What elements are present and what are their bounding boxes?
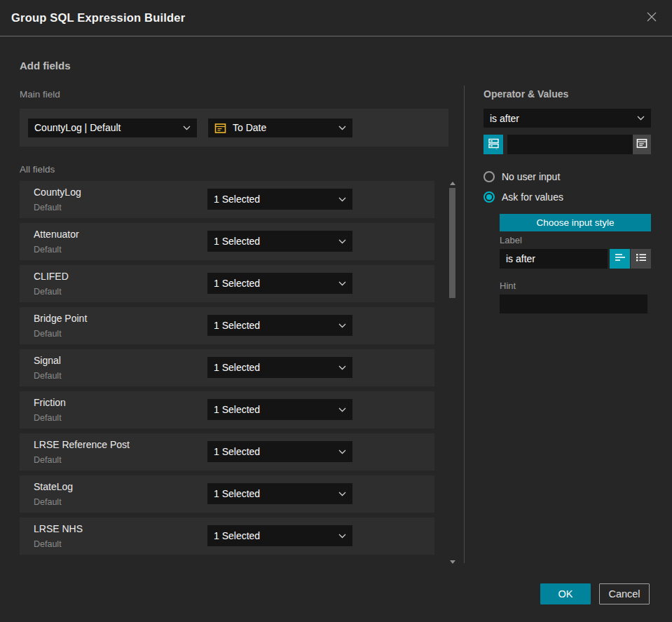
operator-select[interactable]: is after: [484, 109, 651, 128]
field-row: LRSE NHS Default 1 Selected: [20, 518, 434, 555]
chevron-down-icon: [338, 281, 346, 286]
field-name: CLIFED: [34, 271, 69, 282]
field-name: Signal: [34, 355, 61, 366]
field-selected-value: 1 Selected: [214, 530, 334, 541]
close-button[interactable]: [644, 11, 659, 26]
field-subtitle: Default: [34, 455, 62, 465]
field-subtitle: Default: [34, 497, 62, 507]
field-row: CLIFED Default 1 Selected: [20, 265, 434, 302]
field-selected-value: 1 Selected: [214, 488, 334, 499]
field-name: Friction: [34, 397, 66, 408]
dialog-title: Group SQL Expression Builder: [11, 11, 185, 25]
chevron-down-icon: [183, 126, 191, 130]
ok-button[interactable]: OK: [540, 583, 591, 604]
choose-input-style-button[interactable]: Choose input style: [500, 214, 651, 231]
field-subtitle: Default: [34, 371, 62, 381]
field-selected-dropdown[interactable]: 1 Selected: [207, 357, 352, 378]
field-subtitle: Default: [34, 413, 62, 423]
field-row: LRSE Reference Post Default 1 Selected: [20, 433, 434, 471]
chevron-down-icon: [338, 239, 346, 244]
field-name: LRSE NHS: [34, 523, 83, 534]
group-sql-expression-builder-dialog: Group SQL Expression Builder Add fields …: [0, 0, 672, 622]
field-name: LRSE Reference Post: [34, 439, 130, 450]
label-input[interactable]: [500, 249, 608, 269]
chevron-down-icon: [338, 323, 346, 328]
bulleted-list-icon: [636, 252, 647, 265]
field-row: Signal Default 1 Selected: [20, 349, 434, 386]
main-field-select-value: CountyLog | Default: [34, 122, 179, 133]
field-selected-dropdown[interactable]: 1 Selected: [207, 231, 352, 252]
field-selected-value: 1 Selected: [214, 194, 334, 205]
main-date-select-value: To Date: [233, 122, 334, 133]
field-row: Attenuator Default 1 Selected: [20, 223, 434, 260]
field-selected-value: 1 Selected: [214, 320, 334, 331]
chevron-down-icon: [338, 449, 346, 454]
value-entry-row: [484, 135, 651, 154]
radio-ask-for-values[interactable]: Ask for values: [484, 191, 563, 203]
main-field-label: Main field: [20, 89, 60, 100]
field-selected-dropdown[interactable]: 1 Selected: [207, 189, 352, 210]
panel-divider: [464, 86, 465, 563]
stacked-rows-icon: [488, 137, 500, 152]
align-left-icon: [615, 252, 626, 265]
radio-circle: [484, 171, 495, 182]
label-style-list-toggle[interactable]: [631, 249, 651, 269]
field-selected-value: 1 Selected: [214, 404, 334, 415]
calendar-icon: [214, 122, 226, 134]
scrollbar-up-arrow[interactable]: [449, 180, 455, 186]
field-subtitle: Default: [34, 203, 62, 212]
value-input-wrap: [507, 135, 633, 154]
cancel-button[interactable]: Cancel: [599, 583, 650, 604]
field-row: StateLog Default 1 Selected: [20, 475, 434, 513]
scrollbar-down-arrow[interactable]: [449, 559, 455, 564]
chevron-down-icon: [338, 534, 346, 539]
operator-values-heading: Operator & Values: [484, 88, 568, 100]
dialog-titlebar: Group SQL Expression Builder: [0, 0, 672, 36]
hint-input-wrap: [500, 295, 647, 313]
value-input[interactable]: [507, 135, 633, 154]
hint-input[interactable]: [500, 295, 647, 313]
field-selected-dropdown[interactable]: 1 Selected: [207, 273, 352, 294]
field-selected-dropdown[interactable]: 1 Selected: [207, 315, 352, 336]
add-fields-heading: Add fields: [20, 60, 71, 72]
chevron-down-icon: [338, 492, 346, 496]
calendar-icon: [636, 137, 647, 151]
main-date-field-select[interactable]: To Date: [208, 119, 352, 137]
scrollbar-thumb[interactable]: [449, 188, 455, 298]
date-picker-button[interactable]: [633, 135, 651, 154]
close-icon: [646, 11, 657, 25]
all-fields-list: CountyLog Default 1 Selected Attenuator …: [20, 181, 434, 560]
label-field-label: Label: [500, 235, 522, 245]
list-scrollbar[interactable]: [448, 180, 456, 564]
field-row: Bridge Point Default 1 Selected: [20, 307, 434, 344]
radio-no-user-input[interactable]: No user input: [484, 171, 560, 182]
input-type-button[interactable]: [484, 135, 503, 154]
main-field-select[interactable]: CountyLog | Default: [28, 119, 197, 137]
field-name: Attenuator: [34, 229, 79, 240]
field-subtitle: Default: [34, 539, 62, 549]
field-name: StateLog: [34, 481, 73, 492]
radio-label: No user input: [502, 171, 560, 182]
field-name: Bridge Point: [34, 313, 87, 324]
field-row: Friction Default 1 Selected: [20, 391, 434, 428]
label-field-row: [500, 249, 651, 269]
field-selected-value: 1 Selected: [214, 362, 334, 373]
hint-field-label: Hint: [500, 280, 516, 291]
all-fields-label: All fields: [20, 164, 55, 175]
chevron-down-icon: [637, 116, 645, 121]
chevron-down-icon: [338, 197, 346, 202]
field-selected-dropdown[interactable]: 1 Selected: [207, 441, 352, 462]
operator-select-value: is after: [490, 113, 633, 124]
chevron-down-icon: [338, 407, 346, 412]
chevron-down-icon: [338, 365, 346, 370]
field-selected-value: 1 Selected: [214, 236, 334, 247]
field-selected-dropdown[interactable]: 1 Selected: [207, 483, 352, 504]
field-selected-value: 1 Selected: [214, 278, 334, 289]
field-selected-dropdown[interactable]: 1 Selected: [207, 525, 352, 546]
label-input-wrap: [500, 249, 608, 269]
chevron-down-icon: [338, 126, 346, 130]
main-field-panel: CountyLog | Default To Date: [20, 109, 448, 147]
field-selected-value: 1 Selected: [214, 446, 334, 457]
field-selected-dropdown[interactable]: 1 Selected: [207, 399, 352, 420]
label-style-text-toggle[interactable]: [610, 249, 630, 269]
